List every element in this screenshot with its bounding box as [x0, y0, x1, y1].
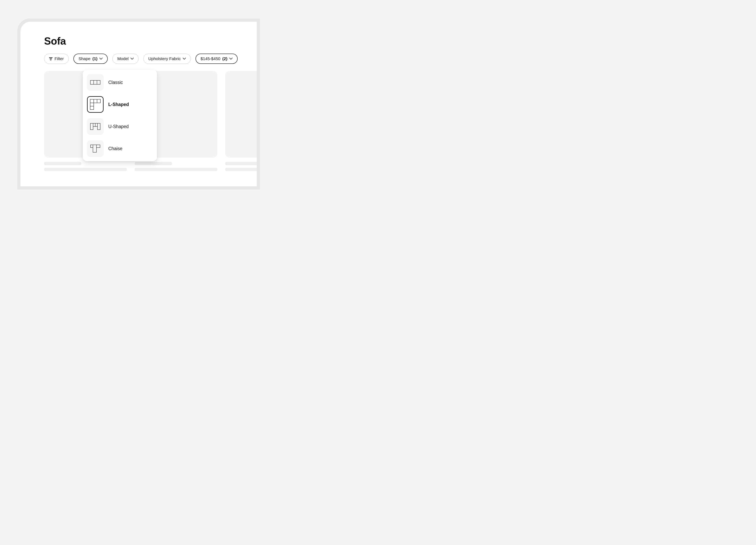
chevron-down-icon: [183, 58, 186, 60]
skeleton-line: [44, 162, 81, 165]
chip-model-label: Model: [117, 56, 129, 61]
chip-upholstery-label: Upholstery Fabric: [148, 56, 181, 61]
sofa-classic-icon: [87, 74, 104, 91]
svg-rect-2: [50, 60, 51, 60]
filter-row: Filter Shape (1) Model Upholstery: [44, 54, 257, 64]
skeleton-line: [135, 168, 217, 171]
chip-shape-count: (1): [92, 56, 97, 61]
sofa-chaise-icon: [87, 140, 104, 157]
chevron-down-icon: [131, 58, 134, 60]
svg-rect-1: [50, 58, 52, 59]
shape-option-classic[interactable]: Classic: [87, 74, 153, 91]
shape-option-label: L-Shaped: [108, 102, 129, 107]
product-thumbnail: [225, 71, 257, 158]
skeleton-line: [44, 168, 127, 171]
chip-price-count: (2): [222, 56, 227, 61]
chip-upholstery[interactable]: Upholstery Fabric: [143, 54, 191, 64]
chip-shape-label: Shape: [79, 56, 91, 61]
shape-dropdown: Classic L-Shaped: [83, 70, 157, 161]
chip-model[interactable]: Model: [112, 54, 139, 64]
app-screen: Sofa Filter Shape (1): [20, 22, 257, 186]
svg-rect-0: [49, 57, 53, 58]
shape-option-l-shaped[interactable]: L-Shaped: [87, 96, 153, 113]
product-card[interactable]: [225, 71, 257, 171]
sofa-l-shaped-icon: [87, 96, 104, 113]
shape-option-chaise[interactable]: Chaise: [87, 140, 153, 157]
chip-price-label: $145-$450: [201, 56, 220, 61]
shape-option-label: U-Shaped: [108, 124, 129, 129]
skeleton-line: [225, 168, 257, 171]
shape-option-label: Chaise: [108, 146, 122, 151]
chip-price[interactable]: $145-$450 (2): [195, 54, 238, 64]
sofa-u-shaped-icon: [87, 118, 104, 135]
filter-button-label: Filter: [55, 56, 64, 61]
chip-shape[interactable]: Shape (1): [73, 54, 108, 64]
filter-icon: [49, 57, 53, 60]
skeleton-line: [225, 162, 257, 165]
chevron-down-icon: [229, 58, 233, 60]
shape-option-label: Classic: [108, 80, 123, 85]
chevron-down-icon: [99, 58, 103, 60]
filter-button[interactable]: Filter: [44, 54, 69, 64]
svg-rect-3: [90, 80, 100, 84]
shape-option-u-shaped[interactable]: U-Shaped: [87, 118, 153, 135]
skeleton-line: [135, 162, 172, 165]
device-frame: Sofa Filter Shape (1): [17, 19, 260, 189]
page-title: Sofa: [44, 35, 257, 47]
